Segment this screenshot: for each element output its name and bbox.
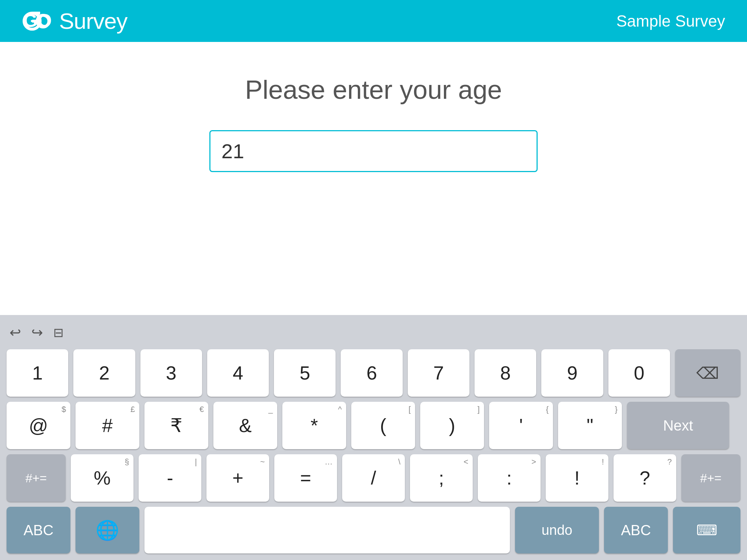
key-double-quote[interactable]: } " [558, 402, 622, 449]
key-1[interactable]: 1 [7, 349, 68, 397]
key-2[interactable]: 2 [73, 349, 135, 397]
keyboard-container: ↩ ↪ ⊟ 1 2 3 4 5 6 7 8 9 0 ⌫ $ @ £ # € ₹ [0, 315, 747, 560]
key-hash[interactable]: £ # [76, 402, 139, 449]
key-close-paren[interactable]: ] ) [420, 402, 484, 449]
key-6[interactable]: 6 [341, 349, 402, 397]
key-percent[interactable]: § % [71, 454, 133, 502]
hide-keyboard-icon: ⌨︎ [696, 522, 717, 538]
undo-toolbar-button[interactable]: ↩ [9, 324, 21, 341]
key-equals[interactable]: … = [274, 454, 337, 502]
key-7[interactable]: 7 [408, 349, 469, 397]
key-single-quote[interactable]: { ' [489, 402, 553, 449]
symbol-row: $ @ £ # € ₹ _ & ^ * [ ( ] ) { ' [7, 402, 740, 449]
globe-icon: 🌐 [96, 519, 119, 541]
number-row: 1 2 3 4 5 6 7 8 9 0 ⌫ [7, 349, 740, 397]
key-plus[interactable]: ~ + [206, 454, 269, 502]
key-question[interactable]: ? ? [614, 454, 676, 502]
key-exclaim[interactable]: ! ! [546, 454, 608, 502]
key-ampersand[interactable]: _ & [213, 402, 277, 449]
third-row: #+= § % | - ~ + … = \ / < ; > : [7, 454, 740, 502]
question-text: Please enter your age [245, 75, 502, 105]
next-key[interactable]: Next [627, 402, 729, 449]
redo-toolbar-button[interactable]: ↪ [31, 324, 43, 341]
key-minus[interactable]: | - [139, 454, 201, 502]
app-header: GO Survey Sample Survey [0, 0, 747, 42]
key-semicolon[interactable]: < ; [410, 454, 473, 502]
key-colon[interactable]: > : [478, 454, 541, 502]
hashplus-right-key[interactable]: #+= [681, 454, 740, 502]
go-logo-icon: GO [22, 11, 51, 31]
key-rupee[interactable]: € ₹ [144, 402, 208, 449]
keyboard-toolbar: ↩ ↪ ⊟ [7, 322, 740, 343]
abc-right-key[interactable]: ABC [604, 507, 668, 553]
key-at[interactable]: $ @ [7, 402, 70, 449]
undo-key[interactable]: undo [515, 507, 599, 553]
key-8[interactable]: 8 [475, 349, 536, 397]
age-input[interactable] [209, 130, 538, 172]
clipboard-toolbar-button[interactable]: ⊟ [53, 325, 63, 340]
bottom-row: ABC 🌐 undo ABC ⌨︎ [7, 507, 740, 553]
survey-name: Sample Survey [616, 12, 725, 30]
logo-area: GO Survey [22, 8, 127, 34]
key-0[interactable]: 0 [608, 349, 670, 397]
abc-left-key[interactable]: ABC [7, 507, 70, 553]
key-slash[interactable]: \ / [342, 454, 405, 502]
svg-text:GO: GO [23, 11, 51, 31]
key-4[interactable]: 4 [207, 349, 269, 397]
app-title: Survey [59, 8, 127, 34]
globe-key[interactable]: 🌐 [76, 507, 139, 553]
main-content: Please enter your age [0, 42, 747, 315]
key-3[interactable]: 3 [140, 349, 202, 397]
hashplus-left-key[interactable]: #+= [7, 454, 66, 502]
space-key[interactable] [144, 507, 510, 553]
key-9[interactable]: 9 [541, 349, 603, 397]
key-asterisk[interactable]: ^ * [282, 402, 346, 449]
hide-keyboard-key[interactable]: ⌨︎ [673, 507, 740, 553]
backspace-icon: ⌫ [696, 364, 719, 382]
key-open-paren[interactable]: [ ( [351, 402, 415, 449]
key-5[interactable]: 5 [274, 349, 336, 397]
delete-key[interactable]: ⌫ [675, 349, 740, 397]
